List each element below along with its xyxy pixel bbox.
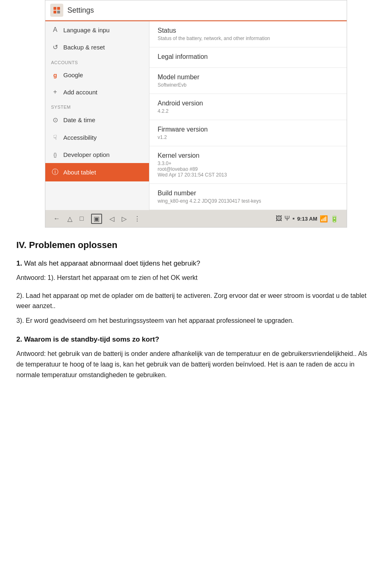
sidebar-item-datetime[interactable]: ⊙ Date & time xyxy=(45,111,149,129)
firmware-title: Firmware version xyxy=(158,126,339,133)
settings-app-icon xyxy=(50,4,63,17)
title-bar: Settings xyxy=(45,0,347,20)
content-item-build[interactable]: Build number wing_k80-eng 4.2.2 JDQ39 20… xyxy=(149,184,347,210)
sidebar-item-add-account[interactable]: + Add account xyxy=(45,83,149,101)
about-icon: ⓘ xyxy=(51,168,59,177)
nav-bar-left: ← △ □ ▣ ◁ ▷ ⋮ xyxy=(53,214,140,224)
android-title: Android version xyxy=(158,100,339,107)
legal-title: Legal information xyxy=(158,53,339,60)
content-item-kernel[interactable]: Kernel version 3.3.0+ root@lovebao #89 W… xyxy=(149,146,347,184)
wifi-icon: 📶 xyxy=(320,215,328,223)
q2-number: 2. xyxy=(16,335,22,343)
sidebar-item-about[interactable]: ⓘ About tablet xyxy=(45,163,149,181)
content-item-model[interactable]: Model number SoftwinerEvb xyxy=(149,68,347,94)
back-nav-icon[interactable]: ← xyxy=(53,215,60,222)
q1-answer-1: 2). Laad het apparaat op met de oplader … xyxy=(16,291,376,311)
nav-bar: ← △ □ ▣ ◁ ▷ ⋮ 🖼 Ψ ▪ 9:13 AM 📶 🔋 xyxy=(45,210,347,227)
model-subtitle: SoftwinerEvb xyxy=(158,82,339,88)
content-item-legal[interactable]: Legal information xyxy=(149,47,347,68)
sidebar-item-accessibility[interactable]: ☟ Accessibility xyxy=(45,129,149,146)
svg-rect-1 xyxy=(57,7,60,10)
battery-icon: 🔋 xyxy=(330,215,339,223)
app-title: Settings xyxy=(67,6,94,15)
time-display: 9:13 AM xyxy=(297,216,317,222)
q1-answer-intro: Antwoord: 1). Herstart het apparaat om t… xyxy=(16,273,376,283)
content-item-firmware[interactable]: Firmware version v1.2 xyxy=(149,120,347,146)
vol-down-icon[interactable]: ◁ xyxy=(109,215,114,223)
sidebar-label-google: Google xyxy=(63,72,83,78)
settings-screenshot: Settings A Language & inpu ↺ Backup & re… xyxy=(45,0,347,228)
datetime-icon: ⊙ xyxy=(51,116,59,124)
model-title: Model number xyxy=(158,74,339,81)
question-1: 1. Wat als het apparaat abnormaal doet t… xyxy=(16,259,376,268)
vol-up-icon[interactable]: ▷ xyxy=(122,215,127,223)
q2-answer-intro: Antwoord: het gebruik van de batterij is… xyxy=(16,349,376,380)
firmware-subtitle: v1.2 xyxy=(158,134,339,140)
q1-number: 1. xyxy=(16,259,22,267)
sidebar-item-language[interactable]: A Language & inpu xyxy=(45,21,149,38)
sidebar-label-datetime: Date & time xyxy=(63,116,95,123)
content-panel: Status Status of the battery, network, a… xyxy=(149,21,347,210)
svg-rect-3 xyxy=(57,11,60,13)
build-title: Build number xyxy=(158,190,339,197)
accessibility-icon: ☟ xyxy=(51,134,59,141)
settings-main: A Language & inpu ↺ Backup & reset ACCOU… xyxy=(45,21,347,210)
question-2-number: 2. Waarom is de standby-tijd soms zo kor… xyxy=(16,335,376,344)
sidebar-item-backup[interactable]: ↺ Backup & reset xyxy=(45,38,149,56)
status-title: Status xyxy=(158,27,339,34)
text-content-area: IV. Problemen oplossen 1. Wat als het ap… xyxy=(0,228,392,400)
sidebar-label-about: About tablet xyxy=(63,169,96,176)
sidebar-label-developer: Developer option xyxy=(63,151,109,158)
signal-icon: Ψ xyxy=(285,215,290,222)
backup-icon: ↺ xyxy=(51,43,59,51)
sidebar-label-language: Language & inpu xyxy=(63,27,109,34)
sidebar-label-backup: Backup & reset xyxy=(63,44,105,51)
home-nav-icon[interactable]: △ xyxy=(67,215,72,223)
section-system: SYSTEM xyxy=(45,101,149,111)
section-accounts: ACCOUNTS xyxy=(45,56,149,67)
content-item-status[interactable]: Status Status of the battery, network, a… xyxy=(149,21,347,47)
kernel-title: Kernel version xyxy=(158,152,339,159)
sidebar-label-accessibility: Accessibility xyxy=(63,134,97,141)
recents-nav-icon[interactable]: □ xyxy=(80,215,84,222)
add-icon: + xyxy=(51,88,59,96)
kernel-subtitle: 3.3.0+ root@lovebao #89 Wed Apr 17 20:31… xyxy=(158,161,339,178)
status-subtitle: Status of the battery, network, and othe… xyxy=(158,36,339,41)
content-item-android[interactable]: Android version 4.2.2 xyxy=(149,94,347,120)
q1-text: Wat als het apparaat abnormaal doet tijd… xyxy=(24,259,200,267)
sidebar-label-add-account: Add account xyxy=(63,89,97,96)
sidebar: A Language & inpu ↺ Backup & reset ACCOU… xyxy=(45,21,149,210)
q2-text: Waarom is de standby-tijd soms zo kort? xyxy=(24,335,159,343)
q1-answer-2: 3). Er word geadviseerd om het besturing… xyxy=(16,315,376,326)
sidebar-item-developer[interactable]: {} Developer option xyxy=(45,146,149,163)
battery-small-icon: ▪ xyxy=(292,215,295,222)
language-icon: A xyxy=(51,26,59,34)
svg-rect-2 xyxy=(53,11,56,13)
nav-bar-right: 🖼 Ψ ▪ 9:13 AM 📶 🔋 xyxy=(276,215,339,223)
sidebar-item-google[interactable]: g Google xyxy=(45,67,149,83)
more-nav-icon[interactable]: ⋮ xyxy=(134,215,140,223)
screenshot-nav-icon[interactable]: ▣ xyxy=(91,214,102,224)
build-subtitle: wing_k80-eng 4.2.2 JDQ39 20130417 test-k… xyxy=(158,198,339,204)
section-title: IV. Problemen oplossen xyxy=(16,240,376,250)
android-subtitle: 4.2.2 xyxy=(158,108,339,114)
svg-rect-0 xyxy=(53,7,56,10)
google-icon: g xyxy=(51,72,59,78)
developer-icon: {} xyxy=(51,152,59,158)
image-nav-icon: 🖼 xyxy=(276,215,282,222)
